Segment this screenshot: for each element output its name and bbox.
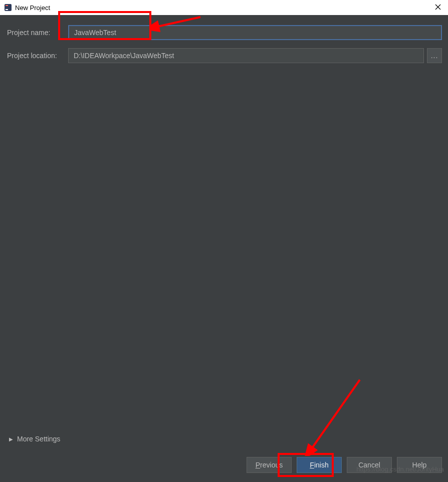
- dialog-content: Project name: Project location: ...: [0, 15, 448, 63]
- close-button[interactable]: [432, 1, 444, 13]
- chevron-right-icon: ▶: [9, 436, 13, 442]
- intellij-icon: [4, 4, 12, 12]
- previous-button[interactable]: Previous: [247, 457, 292, 473]
- svg-rect-1: [6, 5, 8, 6]
- project-location-input[interactable]: [68, 48, 424, 63]
- finish-button[interactable]: Finish: [297, 457, 342, 473]
- project-name-label: Project name:: [7, 29, 68, 37]
- project-name-input[interactable]: [68, 25, 442, 40]
- annotation-arrow-icon: [296, 376, 366, 456]
- window-title: New Project: [15, 4, 50, 12]
- titlebar: New Project: [0, 0, 448, 15]
- watermark-text: https://blog.csdn.net/JorityHua: [356, 465, 444, 473]
- svg-line-8: [311, 380, 360, 450]
- browse-button[interactable]: ...: [427, 48, 442, 63]
- more-settings-label: More Settings: [17, 435, 60, 443]
- project-name-row: Project name:: [7, 25, 442, 40]
- finish-button-rest: inish: [314, 461, 329, 469]
- more-settings-toggle[interactable]: ▶ More Settings: [9, 435, 60, 443]
- previous-button-rest: revious: [260, 461, 283, 469]
- project-location-row: Project location: ...: [7, 48, 442, 63]
- project-location-label: Project location:: [7, 52, 68, 60]
- svg-rect-2: [6, 9, 8, 10]
